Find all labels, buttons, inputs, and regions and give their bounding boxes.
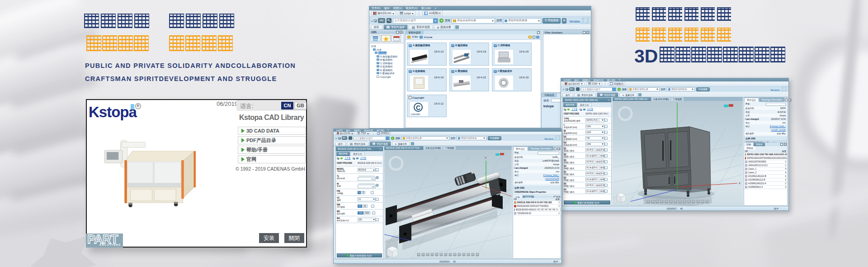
svg-text:X: X (739, 182, 741, 185)
svg-text:Y: Y (485, 157, 486, 159)
